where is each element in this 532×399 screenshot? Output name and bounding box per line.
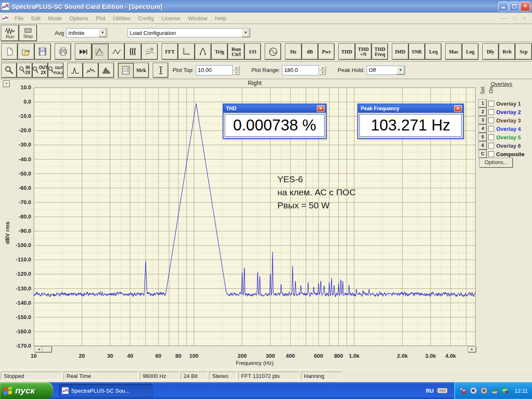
zoom-button[interactable] (2, 63, 16, 77)
open-file-button[interactable] (18, 44, 34, 59)
close-icon[interactable]: ✕ (317, 105, 325, 112)
io-button[interactable]: I/O (245, 44, 261, 59)
plot-top-input[interactable] (196, 65, 233, 75)
close-button[interactable]: × (520, 2, 530, 11)
db-units-button[interactable]: dB (302, 44, 318, 59)
snr-button[interactable]: SNR (409, 44, 425, 59)
menu-item-utilities[interactable]: Utilities (109, 14, 134, 23)
reverb-button[interactable]: Rvb (499, 44, 515, 59)
overlay-set-button-5[interactable]: 5 (479, 133, 487, 141)
overlay-set-button-2[interactable]: 2 (479, 108, 487, 116)
fft-settings-button[interactable]: FFT (162, 44, 178, 59)
overlay-set-button-6[interactable]: 6 (479, 142, 487, 149)
avg-select[interactable]: Infinite ▼ (66, 28, 107, 37)
playback-button[interactable] (75, 44, 91, 59)
overlay-set-button-C[interactable]: C (479, 150, 487, 158)
chevron-down-icon[interactable]: ▼ (242, 29, 250, 37)
imd-button[interactable]: IMD (392, 44, 408, 59)
overlay-on-checkbox-3[interactable] (488, 117, 494, 123)
menu-item-help[interactable]: Help (211, 14, 230, 23)
spin-down-icon[interactable]: ▼ (233, 70, 239, 75)
macro-button[interactable]: Mac (446, 44, 461, 59)
marker-button[interactable]: Mrk (134, 63, 149, 77)
thd-window-titlebar[interactable]: THD ✕ (223, 104, 326, 113)
menu-item-window[interactable]: Window (184, 14, 211, 23)
run-button[interactable]: Run (1, 25, 19, 41)
audio-device-icon[interactable] (480, 387, 488, 394)
thd-n-button[interactable]: THD +N (356, 44, 371, 59)
scope-button[interactable]: Scp (516, 44, 531, 59)
zoom-out-full-button[interactable]: OUT FULL (48, 63, 63, 77)
filled-plot-style-button[interactable] (83, 63, 98, 77)
line-plot-style-button[interactable] (68, 63, 82, 77)
thd-readout-window[interactable]: THD ✕ 0.000738 % (223, 104, 327, 139)
bar-plot-style-button[interactable] (99, 63, 114, 77)
battery-eco-icon[interactable] (491, 387, 498, 394)
menu-item-options[interactable]: Options (66, 14, 92, 23)
plot-range-input[interactable] (282, 65, 319, 75)
menu-item-plot[interactable]: Plot (92, 14, 109, 23)
save-button[interactable] (35, 44, 51, 59)
chevron-down-icon[interactable]: ▼ (98, 29, 106, 37)
title-bar[interactable]: SpectraPLUS-SC Sound Card Edition - [Spe… (0, 0, 532, 13)
menu-item-config[interactable]: Config (134, 14, 158, 23)
scaling-button[interactable] (178, 44, 194, 59)
surface-view-button[interactable] (142, 44, 157, 59)
overlay-on-checkbox-6[interactable] (488, 143, 494, 149)
run-control-button[interactable]: Run Ctrl (228, 44, 244, 59)
peak-hold-select[interactable]: Off ▼ (367, 66, 405, 75)
calibration-button[interactable] (195, 44, 211, 59)
power-units-button[interactable]: Pwr (319, 44, 334, 59)
volume-icon[interactable] (470, 387, 477, 394)
overlay-on-checkbox-C[interactable] (488, 151, 494, 157)
close-icon[interactable]: ✕ (454, 105, 462, 112)
taskbar-task-button[interactable]: SpectraPLUS-SC Sou... (59, 384, 152, 397)
overlay-on-checkbox-4[interactable] (488, 126, 494, 132)
trigger-button[interactable]: Trig (212, 44, 227, 59)
signal-generator-button[interactable] (265, 44, 281, 59)
plot-range-spinner[interactable]: ▲▼ (319, 66, 326, 75)
scroll-thumb[interactable] (43, 347, 52, 352)
time-series-view-button[interactable] (109, 44, 124, 59)
spin-up-icon[interactable]: ▲ (233, 66, 239, 70)
restore-button[interactable] (509, 2, 519, 11)
language-indicator[interactable]: RU (426, 388, 434, 394)
minimize-button[interactable] (498, 2, 508, 11)
scroll-right-button[interactable]: ► (468, 347, 476, 352)
overlay-set-button-1[interactable]: 1 (479, 100, 487, 107)
network-offline-icon[interactable] (459, 387, 467, 394)
delay-button[interactable]: Dly (483, 44, 498, 59)
overlay-on-checkbox-1[interactable] (488, 101, 494, 106)
zoom-out-2x-button[interactable]: OUT 2X (33, 63, 48, 77)
clock[interactable]: 12:11 (514, 388, 528, 394)
spin-up-icon[interactable]: ▲ (319, 66, 326, 70)
mdi-window-controls[interactable]: — □ × (501, 15, 529, 21)
overlay-on-checkbox-2[interactable] (488, 109, 494, 115)
plot-options-button[interactable] (118, 63, 133, 77)
overlay-set-button-4[interactable]: 4 (479, 125, 487, 133)
chevron-down-icon[interactable]: ▼ (396, 66, 404, 74)
scroll-left-button[interactable]: ◄ (35, 347, 43, 352)
overlay-options-button[interactable]: Options... (480, 158, 513, 168)
menu-item-mode[interactable]: Mode (44, 14, 66, 23)
plot-top-spinner[interactable]: ▲▼ (233, 66, 239, 75)
keyboard-icon[interactable] (437, 387, 448, 394)
hz-units-button[interactable]: Hz (285, 44, 301, 59)
new-file-button[interactable] (2, 44, 17, 59)
zoom-in-2x-button[interactable]: IN 2X (17, 63, 32, 77)
thd-freq-button[interactable]: THD Freq (372, 44, 388, 59)
menu-item-file[interactable]: File (11, 14, 27, 23)
peak-window-titlebar[interactable]: Peak Frequency ✕ (358, 104, 463, 113)
logging-button[interactable]: Log (463, 44, 478, 59)
spectrogram-view-button[interactable] (125, 44, 141, 59)
overlay-set-button-3[interactable]: 3 (479, 117, 487, 124)
stop-button[interactable]: Stop (19, 25, 37, 41)
print-button[interactable] (55, 44, 71, 59)
menu-item-license[interactable]: License (158, 14, 184, 23)
menu-item-edit[interactable]: Edit (27, 14, 44, 23)
leq-button[interactable]: Leq (426, 44, 441, 59)
cursor-button[interactable] (153, 63, 168, 77)
spin-down-icon[interactable]: ▼ (319, 70, 326, 75)
start-button[interactable]: пуск (0, 382, 53, 399)
network-activity-icon[interactable] (501, 387, 509, 394)
